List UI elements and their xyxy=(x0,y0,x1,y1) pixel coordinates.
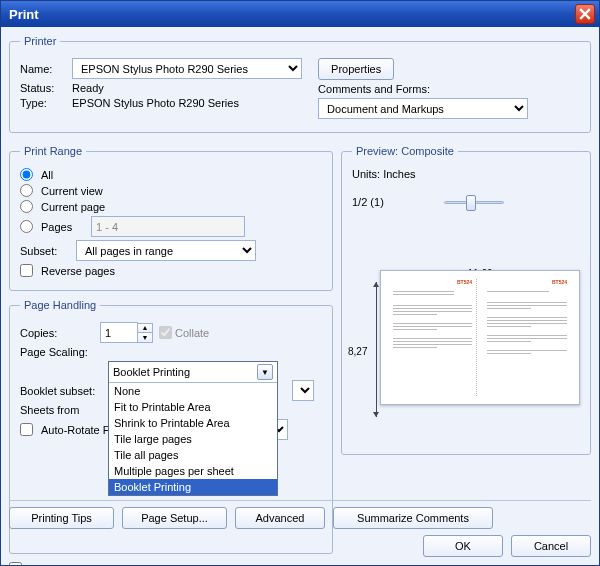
units-label: Units: Inches xyxy=(352,168,416,180)
scaling-label: Page Scaling: xyxy=(20,346,100,358)
radio-current-page[interactable] xyxy=(20,200,33,213)
page-setup-button[interactable]: Page Setup... xyxy=(122,507,227,529)
autorotate-label: Auto-Rotate Pa xyxy=(41,424,116,436)
collate-check xyxy=(159,326,172,339)
ok-button[interactable]: OK xyxy=(423,535,503,557)
height-arrow-icon xyxy=(376,282,377,417)
subset-label: Subset: xyxy=(20,245,76,257)
comments-forms-select[interactable]: Document and Markups xyxy=(318,98,528,119)
pages-input[interactable] xyxy=(91,216,245,237)
range-legend: Print Range xyxy=(20,145,86,157)
radio-current-page-label: Current page xyxy=(41,201,105,213)
autorotate-check[interactable] xyxy=(20,423,33,436)
doc-logo-icon: BT524 xyxy=(552,279,567,289)
radio-current-view-label: Current view xyxy=(41,185,103,197)
comments-label: Comments and Forms: xyxy=(318,83,430,95)
radio-pages-label: Pages xyxy=(41,221,87,233)
preview-doc-left: BT524 xyxy=(389,279,477,396)
print-to-file-label: Print to file xyxy=(30,563,82,567)
radio-pages[interactable] xyxy=(20,220,33,233)
printer-name-select[interactable]: EPSON Stylus Photo R290 Series xyxy=(72,58,302,79)
subset-select[interactable]: All pages in range xyxy=(76,240,256,261)
preview-doc-right: BT524 xyxy=(483,279,571,396)
type-value: EPSON Stylus Photo R290 Series xyxy=(72,97,239,109)
printing-tips-button[interactable]: Printing Tips xyxy=(9,507,114,529)
copies-up-icon[interactable]: ▲ xyxy=(138,324,152,333)
scaling-selected: Booklet Printing xyxy=(113,366,190,378)
copies-label: Copies: xyxy=(20,327,100,339)
booklet-subset-select[interactable] xyxy=(292,380,314,401)
preview-page: BT524 BT524 xyxy=(380,270,580,405)
sheets-from-label: Sheets from xyxy=(20,404,100,416)
preview-position: 1/2 (1) xyxy=(352,196,384,208)
scaling-option[interactable]: None xyxy=(109,383,277,399)
scaling-option[interactable]: Tile large pages xyxy=(109,431,277,447)
copies-down-icon[interactable]: ▼ xyxy=(138,333,152,342)
scaling-option[interactable]: Tile all pages xyxy=(109,447,277,463)
print-range-group: Print Range All Current view Current pag… xyxy=(9,145,333,291)
print-to-file-check[interactable] xyxy=(9,562,22,566)
summarize-comments-button[interactable]: Summarize Comments xyxy=(333,507,493,529)
radio-all[interactable] xyxy=(20,168,33,181)
scaling-option[interactable]: Shrink to Printable Area xyxy=(109,415,277,431)
name-label: Name: xyxy=(20,63,72,75)
preview-slider[interactable] xyxy=(444,194,504,210)
printer-legend: Printer xyxy=(20,35,60,47)
handling-legend: Page Handling xyxy=(20,299,100,311)
properties-button[interactable]: Properties xyxy=(318,58,394,80)
printer-group: Printer Name: EPSON Stylus Photo R290 Se… xyxy=(9,35,591,133)
collate-label: Collate xyxy=(175,327,209,339)
scaling-option[interactable]: Multiple pages per sheet xyxy=(109,463,277,479)
window-title: Print xyxy=(9,7,39,22)
cancel-button[interactable]: Cancel xyxy=(511,535,591,557)
preview-height: 8,27 xyxy=(348,346,367,357)
advanced-button[interactable]: Advanced xyxy=(235,507,325,529)
booklet-subset-label: Booklet subset: xyxy=(20,385,112,397)
close-icon[interactable] xyxy=(575,4,595,24)
reverse-pages-check[interactable] xyxy=(20,264,33,277)
chevron-down-icon[interactable]: ▼ xyxy=(257,364,273,380)
title-bar: Print xyxy=(1,1,599,27)
preview-group: Preview: Composite Units: Inches 1/2 (1)… xyxy=(341,145,591,455)
doc-logo-icon: BT524 xyxy=(457,279,472,289)
preview-legend: Preview: Composite xyxy=(352,145,458,157)
scaling-option-selected[interactable]: Booklet Printing xyxy=(109,479,277,495)
copies-input[interactable] xyxy=(100,322,138,343)
scaling-option[interactable]: Fit to Printable Area xyxy=(109,399,277,415)
radio-all-label: All xyxy=(41,169,53,181)
radio-current-view[interactable] xyxy=(20,184,33,197)
status-label: Status: xyxy=(20,82,72,94)
reverse-pages-label: Reverse pages xyxy=(41,265,115,277)
page-scaling-dropdown[interactable]: Booklet Printing ▼ None Fit to Printable… xyxy=(108,361,278,496)
status-value: Ready xyxy=(72,82,104,94)
type-label: Type: xyxy=(20,97,72,109)
